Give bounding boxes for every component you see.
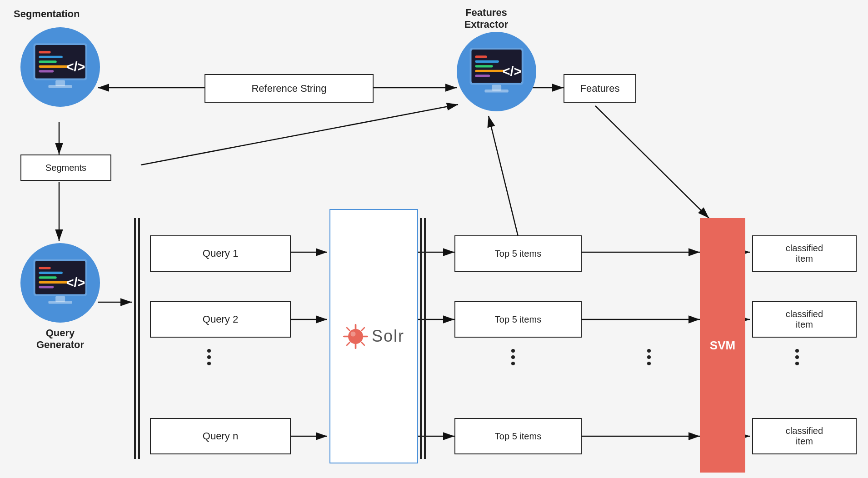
classified-box-n: classifieditem xyxy=(752,418,857,454)
top5-box-n: Top 5 items xyxy=(454,418,582,454)
svg-rect-48 xyxy=(39,281,69,284)
query-generator-label: QueryGenerator xyxy=(23,327,98,351)
top5-box-1: Top 5 items xyxy=(454,235,582,272)
svg-line-7 xyxy=(595,106,709,218)
features-extractor-label: FeaturesExtractor xyxy=(445,7,527,31)
svg-line-59 xyxy=(361,342,364,345)
svg-point-53 xyxy=(348,329,363,344)
solr-logo: Solr xyxy=(343,324,404,349)
svg-line-61 xyxy=(347,342,349,345)
double-bar-left xyxy=(134,218,140,459)
svg-text:</>: </> xyxy=(66,275,85,290)
svg-line-58 xyxy=(347,328,349,330)
dots-queries xyxy=(207,349,211,365)
dots-svm xyxy=(647,349,651,365)
svg-rect-45 xyxy=(39,267,50,269)
top5-box-2: Top 5 items xyxy=(454,301,582,338)
svg-rect-25 xyxy=(39,51,50,53)
query1-box: Query 1 xyxy=(150,235,291,272)
dots-top5 xyxy=(511,349,515,365)
svg-line-5 xyxy=(141,105,458,165)
features-extractor-icon: </> xyxy=(457,32,536,111)
svg-line-22 xyxy=(489,116,518,236)
segmentation-label: Segmentation xyxy=(14,8,80,20)
classified-box-1: classifieditem xyxy=(752,235,857,272)
query-generator-icon: </> xyxy=(20,243,100,323)
svg-rect-47 xyxy=(39,276,56,279)
svm-box: SVM xyxy=(700,218,745,473)
svg-rect-28 xyxy=(39,65,69,68)
svg-rect-32 xyxy=(48,85,72,88)
svg-rect-38 xyxy=(475,70,505,72)
queryn-box: Query n xyxy=(150,418,291,454)
svg-rect-27 xyxy=(39,60,56,63)
svg-rect-52 xyxy=(48,301,72,304)
solr-text: Solr xyxy=(372,327,404,346)
svg-rect-26 xyxy=(39,56,63,58)
svg-rect-37 xyxy=(475,65,493,67)
svg-rect-36 xyxy=(475,60,499,63)
solr-box: Solr xyxy=(329,209,418,463)
classified-box-2: classifieditem xyxy=(752,301,857,338)
segmentation-icon: </> xyxy=(20,27,100,107)
svg-rect-49 xyxy=(39,286,54,288)
reference-string-box: Reference String xyxy=(205,74,374,103)
dots-classified xyxy=(795,349,799,365)
svg-rect-29 xyxy=(39,70,54,72)
svg-rect-39 xyxy=(475,75,490,77)
svg-point-62 xyxy=(350,331,355,336)
svg-rect-42 xyxy=(484,90,509,93)
diagram: Segmentation </> Segments Reference Stri… xyxy=(0,0,868,478)
segments-box: Segments xyxy=(20,154,111,181)
svg-rect-46 xyxy=(39,272,63,274)
features-box: Features xyxy=(564,74,636,103)
svg-text:</>: </> xyxy=(66,60,85,74)
svg-line-60 xyxy=(361,328,364,330)
query2-box: Query 2 xyxy=(150,301,291,338)
double-bar-right xyxy=(420,218,426,459)
svg-rect-35 xyxy=(475,55,487,58)
svg-text:</>: </> xyxy=(503,64,522,79)
